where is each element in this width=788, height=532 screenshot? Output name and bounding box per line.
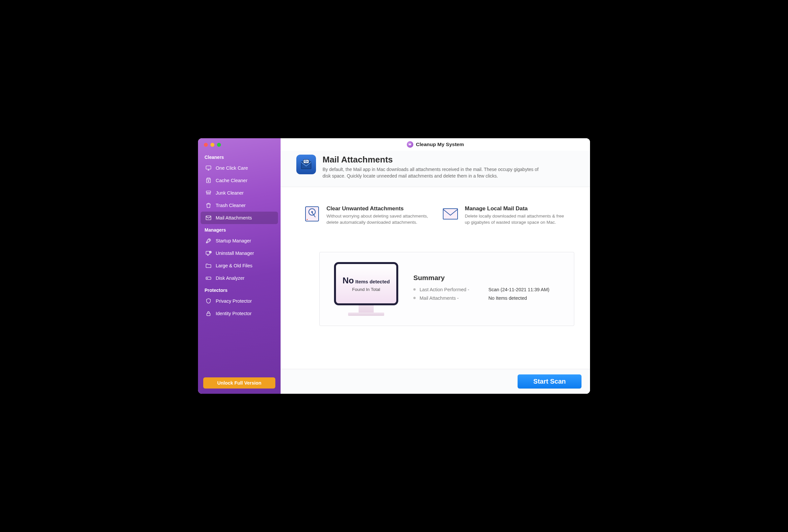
sidebar-item-label: Disk Analyzer bbox=[216, 275, 244, 281]
svg-rect-9 bbox=[409, 143, 411, 145]
svg-rect-2 bbox=[206, 216, 211, 220]
feature-title: Manage Local Mail Data bbox=[465, 205, 567, 212]
page-title: Mail Attachments bbox=[322, 155, 539, 165]
sidebar: Cleaners One Click Care Cache Cleaner Ju… bbox=[198, 138, 281, 394]
svg-point-7 bbox=[207, 278, 208, 279]
folder-icon bbox=[205, 262, 212, 269]
sidebar-item-mail-attachments[interactable]: Mail Attachments bbox=[201, 212, 278, 224]
app-title: Cleanup My System bbox=[416, 142, 464, 147]
svg-point-15 bbox=[311, 211, 313, 212]
close-icon[interactable] bbox=[204, 143, 208, 147]
disk-icon bbox=[205, 275, 212, 281]
sidebar-item-one-click-care[interactable]: One Click Care bbox=[201, 162, 278, 174]
section-managers-label: Managers bbox=[198, 224, 281, 234]
svg-point-3 bbox=[209, 240, 210, 241]
summary-illustration: No Items detected Found In Total bbox=[333, 262, 399, 316]
sidebar-item-startup-manager[interactable]: Startup Manager bbox=[201, 234, 278, 247]
items-detected-count: No bbox=[342, 275, 354, 285]
svg-rect-10 bbox=[409, 144, 411, 144]
sidebar-item-privacy-protector[interactable]: Privacy Protector bbox=[201, 295, 278, 307]
mail-attachment-icon bbox=[300, 158, 313, 171]
sidebar-item-label: Mail Attachments bbox=[216, 215, 252, 221]
items-detected-line: No Items detected bbox=[342, 275, 390, 286]
sidebar-item-trash-cleaner[interactable]: Trash Cleaner bbox=[201, 199, 278, 212]
sidebar-item-label: Uninstall Manager bbox=[216, 251, 254, 256]
monitor-screen: No Items detected Found In Total bbox=[334, 262, 398, 305]
section-cleaners-label: Cleaners bbox=[198, 151, 281, 162]
feature-manage-mail-data: Manage Local Mail Data Delete locally do… bbox=[442, 205, 567, 226]
sidebar-item-label: Junk Cleaner bbox=[216, 190, 243, 196]
app-window: Cleaners One Click Care Cache Cleaner Ju… bbox=[198, 138, 590, 394]
monitor-stand bbox=[359, 305, 374, 312]
unlock-full-version-button[interactable]: Unlock Full Version bbox=[203, 377, 275, 389]
svg-rect-6 bbox=[206, 277, 211, 280]
fullscreen-icon[interactable] bbox=[217, 143, 221, 147]
sidebar-item-label: One Click Care bbox=[216, 165, 248, 171]
bullet-icon bbox=[413, 297, 416, 299]
main-content: Cleanup My System Mail Attachments By de… bbox=[281, 138, 590, 394]
section-protectors-label: Protectors bbox=[198, 284, 281, 295]
svg-rect-4 bbox=[206, 251, 210, 254]
summary-row-mail-attachments: Mail Attachments - No Items detected bbox=[413, 295, 563, 301]
sidebar-item-label: Startup Manager bbox=[216, 238, 251, 243]
footer: Start Scan bbox=[281, 369, 590, 394]
found-in-total-text: Found In Total bbox=[352, 287, 380, 292]
monitor-icon bbox=[205, 165, 212, 171]
sidebar-item-identity-protector[interactable]: Identity Protector bbox=[201, 307, 278, 320]
feature-description: Delete locally downloaded mail attachmen… bbox=[465, 213, 567, 226]
sidebar-item-cache-cleaner[interactable]: Cache Cleaner bbox=[201, 174, 278, 187]
trash-icon bbox=[205, 202, 212, 209]
uninstall-icon bbox=[205, 250, 212, 257]
minimize-icon[interactable] bbox=[211, 143, 214, 147]
hard-drive-icon bbox=[303, 205, 320, 222]
summary-value: No Items detected bbox=[488, 295, 527, 301]
summary-row-last-action: Last Action Performed - Scan (24-11-2021… bbox=[413, 287, 563, 292]
svg-rect-1 bbox=[206, 191, 211, 192]
envelope-icon bbox=[442, 205, 459, 222]
start-scan-button[interactable]: Start Scan bbox=[517, 374, 582, 389]
page-header: Mail Attachments By default, the Mail ap… bbox=[281, 151, 590, 187]
feature-title: Clear Unwanted Attachments bbox=[327, 205, 429, 212]
svg-point-16 bbox=[307, 219, 308, 220]
sidebar-item-junk-cleaner[interactable]: Junk Cleaner bbox=[201, 187, 278, 199]
sidebar-item-uninstall-manager[interactable]: Uninstall Manager bbox=[201, 247, 278, 260]
summary-label: Mail Attachments - bbox=[419, 295, 488, 301]
items-detected-text: Items detected bbox=[355, 279, 390, 284]
window-controls bbox=[198, 143, 281, 151]
bullet-icon bbox=[413, 288, 416, 291]
sidebar-item-disk-analyzer[interactable]: Disk Analyzer bbox=[201, 272, 278, 284]
sidebar-item-label: Cache Cleaner bbox=[216, 178, 248, 183]
sidebar-item-label: Trash Cleaner bbox=[216, 203, 245, 208]
sidebar-item-label: Identity Protector bbox=[216, 311, 252, 316]
sidebar-item-label: Large & Old Files bbox=[216, 263, 252, 268]
titlebar: Cleanup My System bbox=[281, 138, 590, 151]
page-header-icon bbox=[296, 155, 316, 174]
sidebar-item-large-old-files[interactable]: Large & Old Files bbox=[201, 260, 278, 272]
app-logo-icon bbox=[407, 141, 413, 148]
page-description: By default, the Mail app in Mac download… bbox=[322, 166, 539, 180]
features-row: Clear Unwanted Attachments Without worry… bbox=[281, 187, 590, 236]
svg-rect-17 bbox=[443, 209, 458, 219]
lock-icon bbox=[205, 310, 212, 317]
summary-body: Summary Last Action Performed - Scan (24… bbox=[413, 274, 563, 304]
summary-card: No Items detected Found In Total Summary… bbox=[319, 252, 574, 326]
svg-rect-8 bbox=[207, 313, 210, 316]
monitor-base bbox=[348, 312, 384, 316]
download-box-icon bbox=[205, 177, 212, 184]
feature-clear-attachments: Clear Unwanted Attachments Without worry… bbox=[303, 205, 429, 226]
rocket-icon bbox=[205, 238, 212, 244]
sidebar-item-label: Privacy Protector bbox=[216, 299, 252, 304]
summary-title: Summary bbox=[413, 274, 563, 282]
svg-rect-0 bbox=[206, 166, 211, 169]
shield-icon bbox=[205, 298, 212, 304]
summary-label: Last Action Performed - bbox=[419, 287, 488, 292]
mail-icon bbox=[205, 214, 212, 221]
summary-value: Scan (24-11-2021 11:39 AM) bbox=[488, 287, 549, 292]
feature-description: Without worrying about deleting saved at… bbox=[327, 213, 429, 226]
svg-rect-12 bbox=[303, 160, 309, 163]
shredder-icon bbox=[205, 190, 212, 196]
